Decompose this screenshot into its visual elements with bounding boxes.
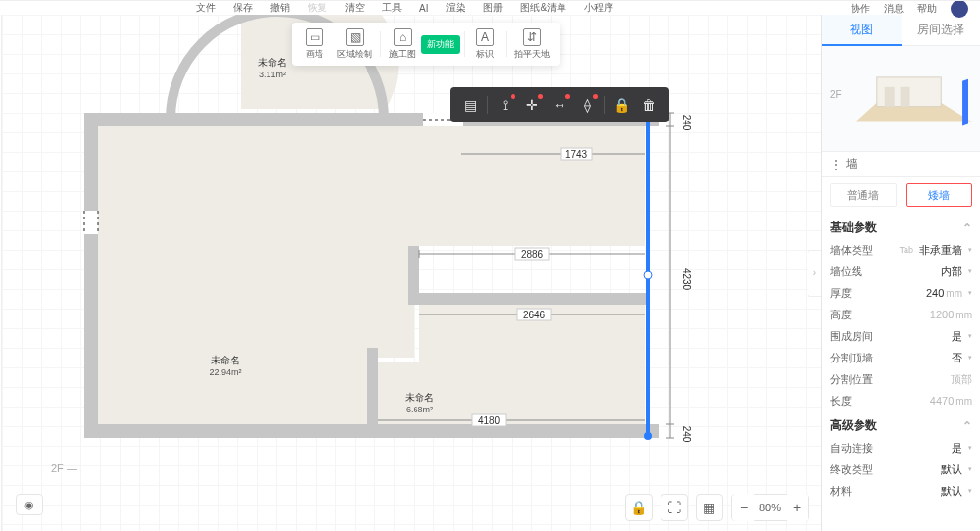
svg-rect-45 <box>885 87 895 107</box>
svg-marker-47 <box>962 79 968 126</box>
canvas[interactable]: 未命名 3.11m² 未命名 22.94m² <box>2 15 821 531</box>
collapse-icon[interactable]: ⌃ <box>962 221 972 235</box>
height-input[interactable]: 1200 mm <box>930 309 972 320</box>
svg-text:240: 240 <box>681 426 692 443</box>
group-basic: 基础参数 <box>830 219 877 236</box>
svg-text:未命名: 未命名 <box>211 355 240 365</box>
svg-rect-46 <box>901 87 910 107</box>
align-top-icon[interactable]: ⟠ <box>576 94 598 116</box>
svg-rect-6 <box>367 424 659 438</box>
group-advanced: 高级参数 <box>830 417 877 434</box>
zoom-in-button[interactable]: + <box>785 494 808 521</box>
svg-text:240: 240 <box>681 115 692 131</box>
expand-panel-button[interactable]: › <box>808 250 821 297</box>
zoom-control: − 80% + <box>731 494 809 521</box>
menu-render[interactable]: 渲染 <box>446 1 466 15</box>
svg-text:1743: 1743 <box>565 149 588 160</box>
svg-rect-5 <box>367 348 378 436</box>
menu-tools[interactable]: 工具 <box>382 1 402 15</box>
lock-view-button[interactable]: 🔒 <box>625 494 653 521</box>
align-right-icon[interactable]: ↔ <box>549 94 570 116</box>
tool-construction[interactable]: ⌂施工图 <box>385 26 419 63</box>
fit-view-button[interactable]: ⛶ <box>661 494 688 521</box>
auto-connect-select[interactable]: 是 <box>952 441 972 456</box>
subtab-low-wall[interactable]: 矮墙 <box>906 183 973 207</box>
top-menu: 文件 保存 撤销 恢复 清空 工具 AI 渲染 图册 图纸&清单 小程序 协作 … <box>0 1 980 15</box>
align-center-icon[interactable]: ✛ <box>521 94 543 116</box>
menu-collab[interactable]: 协作 <box>851 2 870 16</box>
floor-label: 2F <box>830 89 842 100</box>
tool-wall[interactable]: ▭画墙 <box>298 26 331 63</box>
tab-view[interactable]: 视图 <box>822 15 902 46</box>
svg-point-18 <box>644 271 652 279</box>
length-value: 4470 mm <box>930 395 972 407</box>
menu-miniapp[interactable]: 小程序 <box>584 1 613 15</box>
svg-text:2886: 2886 <box>521 249 544 260</box>
layers-icon[interactable]: ▤ <box>460 94 481 116</box>
view-controls: 🔒 ⛶ ▦ − 80% + <box>625 492 809 523</box>
svg-rect-8 <box>408 293 647 305</box>
svg-text:未命名: 未命名 <box>405 392 434 403</box>
svg-text:4180: 4180 <box>478 415 501 426</box>
align-left-icon[interactable]: ⟟ <box>494 94 515 116</box>
tab-roomselect[interactable]: 房间选择 <box>902 15 981 46</box>
collapse-icon[interactable]: ⌃ <box>962 419 972 433</box>
zoom-value: 80 <box>760 502 771 513</box>
tool-flatten[interactable]: ⇵拍平天地 <box>511 26 554 63</box>
menu-redo[interactable]: 恢复 <box>308 1 327 15</box>
menu-file[interactable]: 文件 <box>196 1 216 15</box>
svg-text:6.68m²: 6.68m² <box>406 405 433 414</box>
material-select[interactable]: 默认 <box>941 484 972 499</box>
menu-ai[interactable]: AI <box>419 3 428 14</box>
section-wall: ⋮ 墙 <box>822 152 980 177</box>
tool-toolbar: ▭画墙 ▧区域绘制 ⌂施工图 新功能 A标识 ⇵拍平天地 <box>292 23 560 66</box>
split-pos: 顶部 <box>951 372 972 387</box>
menu-messages[interactable]: 消息 <box>884 2 904 16</box>
svg-text:3.11m²: 3.11m² <box>259 70 286 79</box>
tool-region[interactable]: ▧区域绘制 <box>333 26 376 63</box>
menu-gallery[interactable]: 图册 <box>483 1 503 15</box>
new-badge: 新功能 <box>421 35 460 54</box>
svg-text:4230: 4230 <box>681 268 692 291</box>
layers-button[interactable]: ▦ <box>696 494 723 521</box>
selection-toolbar: ▤ ⟟ ✛ ↔ ⟠ 🔒 🗑 <box>450 87 669 122</box>
lock-icon[interactable]: 🔒 <box>611 94 632 116</box>
enclose-room-select[interactable]: 是 <box>952 329 972 344</box>
menu-save[interactable]: 保存 <box>233 1 253 15</box>
svg-rect-3 <box>84 113 98 436</box>
menu-undo[interactable]: 撤销 <box>270 1 290 15</box>
properties-panel: 视图 房间选择 2F ⋮ 墙 普通墙 矮墙 基础参数⌃ 墙体类 <box>821 15 980 531</box>
svg-rect-4 <box>84 424 378 438</box>
wall-line-select[interactable]: 内部 <box>941 265 972 279</box>
svg-text:未命名: 未命名 <box>258 57 287 68</box>
svg-text:22.94m²: 22.94m² <box>209 367 241 377</box>
avatar[interactable] <box>951 0 968 18</box>
menu-help[interactable]: 帮助 <box>917 2 937 16</box>
svg-text:2646: 2646 <box>523 310 546 320</box>
zoom-out-button[interactable]: − <box>732 494 756 521</box>
visibility-toggle[interactable]: ◉ <box>16 494 43 515</box>
trash-icon[interactable]: 🗑 <box>638 94 660 116</box>
wall-type-select[interactable]: Tab非承重墙 <box>899 243 972 258</box>
end-type-select[interactable]: 默认 <box>941 462 972 477</box>
tool-mark[interactable]: A标识 <box>468 26 502 63</box>
floor-indicator: 2F — <box>51 462 77 474</box>
menu-drawings[interactable]: 图纸&清单 <box>520 1 566 15</box>
preview-3d[interactable]: 2F <box>822 46 980 152</box>
svg-point-17 <box>644 432 652 440</box>
menu-clear[interactable]: 清空 <box>345 1 365 15</box>
thickness-input[interactable]: 240 mm <box>926 287 972 299</box>
svg-rect-40 <box>84 211 98 234</box>
split-top-select[interactable]: 否 <box>952 351 972 365</box>
subtab-normal-wall[interactable]: 普通墙 <box>830 183 897 207</box>
